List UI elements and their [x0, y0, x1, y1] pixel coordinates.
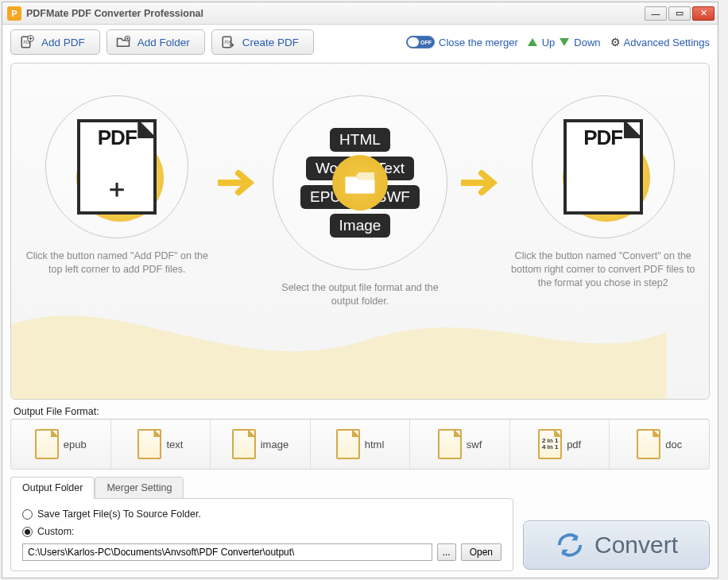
format-option-epub[interactable]: epub [11, 420, 111, 469]
arrow-right-icon [458, 167, 505, 199]
output-path-input[interactable] [22, 543, 432, 561]
close-button[interactable]: ✕ [692, 6, 714, 21]
create-pdf-button[interactable]: PDF Create PDF [211, 29, 314, 55]
pdf-convert-graphic: PDF [563, 119, 643, 215]
radio-save-source[interactable]: Save Target File(s) To Source Folder. [22, 508, 501, 520]
step-3-caption: Click the button named "Convert" on the … [505, 249, 701, 290]
format-name: text [166, 439, 183, 450]
convert-button[interactable]: Convert [523, 520, 710, 570]
toolbar: PDF Add PDF Add Folder PDF Create PDF OF… [2, 25, 718, 60]
doc-icon [35, 429, 59, 459]
create-pdf-label: Create PDF [242, 37, 299, 48]
maximize-button[interactable]: ▭ [668, 6, 691, 21]
advanced-settings-label[interactable]: Advanced Settings [624, 37, 710, 48]
convert-label: Convert [594, 532, 678, 559]
add-pdf-button[interactable]: PDF Add PDF [10, 29, 100, 55]
doc-icon [336, 429, 360, 459]
step-3-circle: PDF [532, 95, 675, 238]
path-row: ... Open [22, 543, 501, 561]
step-2: HTML Word Text EPUB SWF Image [262, 95, 459, 308]
doc-icon [232, 429, 256, 459]
pdf-add-graphic: PDF ＋ [77, 119, 157, 215]
format-name: epub [64, 439, 87, 450]
gear-icon[interactable]: ⚙ [610, 36, 621, 48]
doc-icon [137, 429, 161, 459]
tabs-panel: Output Folder Merger Setting Save Target… [10, 476, 513, 571]
app-window: P PDFMate PDF Converter Professional — ▭… [2, 2, 718, 578]
format-option-html[interactable]: html [311, 420, 411, 469]
down-label[interactable]: Down [574, 37, 600, 48]
step-1: PDF ＋ Click the button named "Add PDF" o… [19, 95, 215, 276]
browse-button[interactable]: ... [437, 543, 456, 561]
output-format-label: Output File Format: [2, 403, 718, 419]
output-folder-panel: Save Target File(s) To Source Folder. Cu… [10, 498, 513, 571]
pdf-label: PDF [583, 126, 622, 150]
add-pdf-icon: PDF [19, 34, 35, 50]
format-option-doc[interactable]: doc [610, 420, 709, 469]
tab-output-folder[interactable]: Output Folder [10, 477, 95, 499]
format-name: pdf [567, 439, 581, 450]
radio-icon [22, 509, 33, 520]
format-name: html [365, 439, 385, 450]
folder-icon [332, 155, 388, 211]
merger-toggle[interactable]: OFF [406, 36, 435, 48]
format-option-pdf[interactable]: 2 in 1 4 in 1 pdf [510, 420, 610, 469]
pdf-mode-label: 2 in 1 4 in 1 [542, 438, 558, 450]
doc-icon: 2 in 1 4 in 1 [538, 429, 562, 459]
doc-icon [637, 429, 660, 459]
titlebar: P PDFMate PDF Converter Professional — ▭… [2, 2, 718, 25]
minimize-button[interactable]: — [645, 6, 667, 21]
toggle-state: OFF [420, 40, 432, 45]
close-merger-label[interactable]: Close the merger [439, 37, 518, 48]
step-1-circle: PDF ＋ [45, 95, 188, 238]
tabs-row: Output Folder Merger Setting [10, 476, 513, 498]
radio-custom[interactable]: Custom: [22, 526, 501, 537]
format-option-swf[interactable]: swf [410, 420, 510, 469]
window-buttons: — ▭ ✕ [645, 6, 714, 21]
toggle-knob [408, 37, 419, 47]
radio-icon [22, 527, 33, 537]
plus-icon: ＋ [104, 172, 130, 207]
app-icon: P [7, 6, 21, 21]
format-image: Image [330, 214, 391, 238]
arrow-up-icon[interactable] [528, 38, 537, 46]
step-2-caption: Select the output file format and the ou… [262, 281, 459, 308]
step-1-caption: Click the button named "Add PDF" on the … [19, 249, 215, 276]
add-pdf-label: Add PDF [41, 37, 85, 48]
format-option-image[interactable]: image [211, 420, 311, 469]
arrow-down-icon[interactable] [560, 38, 569, 46]
reorder-controls: Up Down [528, 37, 601, 48]
pdf-label: PDF [98, 126, 137, 150]
main-area: PDF ＋ Click the button named "Add PDF" o… [10, 63, 710, 400]
open-button[interactable]: Open [461, 543, 501, 561]
format-option-text[interactable]: text [111, 420, 211, 469]
step-3: PDF Click the button named "Convert" on … [505, 95, 701, 290]
tab-merger-setting[interactable]: Merger Setting [95, 477, 184, 499]
format-name: doc [665, 439, 682, 450]
doc-icon [438, 429, 462, 459]
svg-text:PDF: PDF [224, 41, 231, 44]
folder-plus-icon [115, 34, 131, 50]
format-html: HTML [330, 128, 390, 152]
app-title: PDFMate PDF Converter Professional [26, 8, 645, 19]
step-2-circle: HTML Word Text EPUB SWF Image [273, 95, 447, 270]
add-folder-button[interactable]: Add Folder [106, 29, 205, 55]
format-name: image [261, 439, 288, 450]
bottom-area: Output Folder Merger Setting Save Target… [10, 476, 710, 571]
format-name: swf [467, 439, 482, 450]
radio-save-source-label: Save Target File(s) To Source Folder. [37, 508, 201, 520]
refresh-icon [590, 173, 617, 207]
add-folder-label: Add Folder [137, 37, 190, 48]
convert-icon [555, 530, 585, 560]
toolbar-right: OFF Close the merger Up Down ⚙ Advanced … [406, 36, 710, 48]
up-label[interactable]: Up [542, 37, 556, 48]
format-bar: epub text image html swf 2 in 1 4 in 1 p… [10, 419, 710, 470]
steps-row: PDF ＋ Click the button named "Add PDF" o… [11, 64, 709, 316]
create-pdf-icon: PDF [220, 34, 236, 50]
radio-custom-label: Custom: [37, 526, 75, 537]
arrow-right-icon [215, 167, 262, 199]
